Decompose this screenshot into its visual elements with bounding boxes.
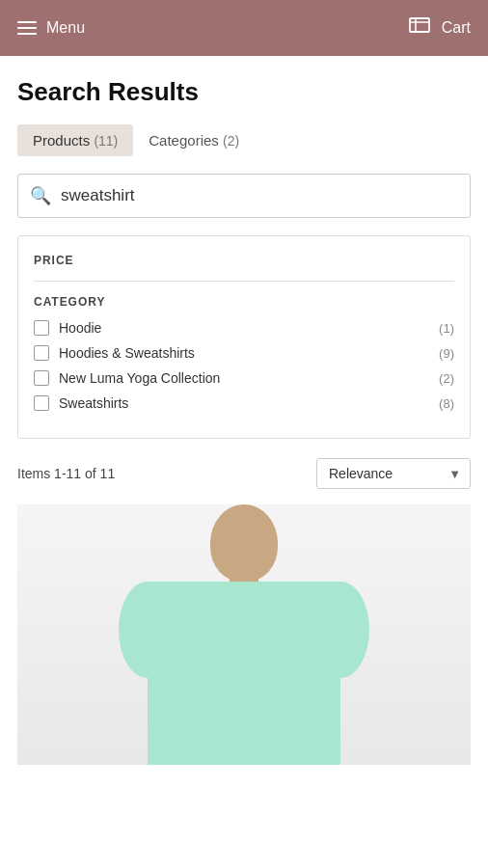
filter-panel: PRICE CATEGORY Hoodie (1) Hoodies & Swea… <box>17 235 471 439</box>
product-area <box>17 504 471 765</box>
filter-option-sweatshirts: Sweatshirts (8) <box>34 395 454 411</box>
main-content: Search Results Products (11) Categories … <box>0 56 488 765</box>
search-box: 🔍 <box>17 174 471 218</box>
price-filter-title: PRICE <box>34 254 454 267</box>
tab-products-label: Products <box>33 132 90 149</box>
cart-button[interactable]: Cart <box>409 17 471 39</box>
person-head <box>210 504 278 582</box>
search-input[interactable] <box>61 186 458 205</box>
filter-option-hoodies-sweatshirts: Hoodies & Sweatshirts (9) <box>34 345 454 361</box>
filter-count-hoodie: (1) <box>439 321 454 336</box>
menu-label: Menu <box>46 19 85 37</box>
hamburger-icon <box>17 21 37 35</box>
page-title: Search Results <box>17 77 471 107</box>
product-image[interactable] <box>17 504 471 765</box>
category-filter-title: CATEGORY <box>34 295 454 309</box>
search-icon: 🔍 <box>30 185 51 206</box>
tab-categories-label: Categories <box>149 132 219 149</box>
filter-label-yoga: New Luma Yoga Collection <box>59 370 220 386</box>
filter-count-sweatshirts: (8) <box>439 396 454 411</box>
tabs: Products (11) Categories (2) <box>17 124 471 156</box>
tab-categories-count: (2) <box>223 133 239 149</box>
filter-option-yoga: New Luma Yoga Collection (2) <box>34 370 454 386</box>
filter-checkbox-yoga[interactable] <box>34 370 49 386</box>
filter-checkbox-sweatshirts[interactable] <box>34 395 49 411</box>
filter-checkbox-hoodie[interactable] <box>34 320 49 336</box>
filter-checkbox-hoodies-sweatshirts[interactable] <box>34 345 49 361</box>
tab-products[interactable]: Products (11) <box>17 124 133 156</box>
filter-count-hoodies-sweatshirts: (9) <box>439 346 454 361</box>
results-count: Items 1-11 of 11 <box>17 466 115 481</box>
tab-products-count: (11) <box>94 133 118 149</box>
filter-label-hoodie: Hoodie <box>59 320 101 336</box>
cart-label: Cart <box>442 19 471 37</box>
results-bar: Items 1-11 of 11 Relevance Price: Low to… <box>17 458 471 489</box>
sort-wrapper: Relevance Price: Low to High Price: High… <box>316 458 471 489</box>
cart-icon <box>409 17 434 39</box>
sort-select[interactable]: Relevance Price: Low to High Price: High… <box>316 458 471 489</box>
person-shirt <box>148 582 340 765</box>
menu-button[interactable]: Menu <box>17 19 85 37</box>
filter-divider <box>34 281 454 282</box>
product-figure <box>138 504 350 765</box>
header: Menu Cart <box>0 0 488 56</box>
filter-option-hoodie: Hoodie (1) <box>34 320 454 336</box>
filter-label-sweatshirts: Sweatshirts <box>59 395 128 411</box>
svg-rect-0 <box>410 18 429 32</box>
filter-count-yoga: (2) <box>439 371 454 386</box>
tab-categories[interactable]: Categories (2) <box>133 124 255 156</box>
filter-label-hoodies-sweatshirts: Hoodies & Sweatshirts <box>59 345 195 361</box>
